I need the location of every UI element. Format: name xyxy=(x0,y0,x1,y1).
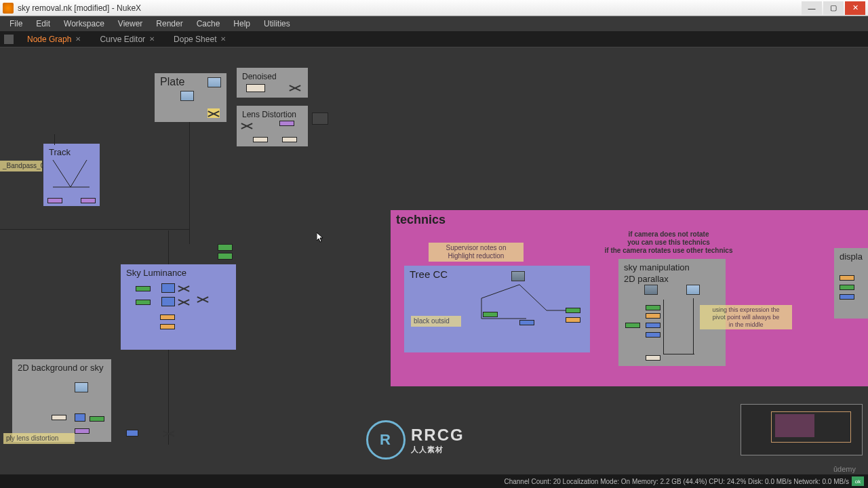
panel-icon[interactable] xyxy=(4,35,14,44)
connection-wire xyxy=(663,354,694,354)
color-node[interactable] xyxy=(646,355,660,361)
menu-utilities[interactable]: Utilities xyxy=(257,18,297,30)
close-button[interactable]: ✕ xyxy=(845,1,865,15)
tab-close-icon[interactable]: ✕ xyxy=(149,35,155,43)
tab-label: Curve Editor xyxy=(100,35,145,44)
minimize-button[interactable]: — xyxy=(802,1,822,15)
tab-node-graph[interactable]: Node Graph ✕ xyxy=(18,33,90,46)
sticky-apply-lens[interactable]: ply lens distortion xyxy=(3,433,75,444)
svg-line-3 xyxy=(481,285,519,298)
read-thumb-icon xyxy=(644,285,658,295)
backdrop-label: displa xyxy=(840,251,863,262)
backdrop-tree-cc[interactable]: Tree CC black outsid xyxy=(404,266,590,352)
backdrop-plate[interactable]: Plate xyxy=(155,73,226,122)
backdrop-displa[interactable]: displa xyxy=(834,248,868,319)
sticky-supervisor[interactable]: Supervisor notes on Highlight reduction xyxy=(429,243,524,262)
menu-workspace[interactable]: Workspace xyxy=(57,18,111,30)
color-node[interactable] xyxy=(52,415,66,420)
connection-wire xyxy=(0,229,190,230)
transform-node[interactable] xyxy=(75,428,90,434)
connection-wire xyxy=(663,300,664,354)
node-green[interactable] xyxy=(840,285,854,290)
merge-icon xyxy=(178,297,190,306)
navigator-minimap[interactable] xyxy=(741,404,863,455)
postage-icon xyxy=(312,113,328,125)
sticky-bandpass[interactable]: _Bandpass_Grade xyxy=(0,161,42,171)
color-node[interactable] xyxy=(282,137,297,142)
tab-curve-editor[interactable]: Curve Editor ✕ xyxy=(90,33,164,46)
sticky-black-outside[interactable]: black outsid xyxy=(411,316,461,327)
merge-node[interactable] xyxy=(840,294,854,300)
backdrop-label: Plate xyxy=(160,76,184,87)
channel-node[interactable] xyxy=(646,313,660,319)
backdrop-label: 2D background or sky xyxy=(18,363,103,373)
transform-node[interactable] xyxy=(47,198,62,203)
node-green[interactable] xyxy=(218,253,233,260)
merge-node[interactable] xyxy=(519,320,534,325)
channel-node[interactable] xyxy=(160,324,175,329)
channel-node[interactable] xyxy=(160,314,175,320)
tab-close-icon[interactable]: ✕ xyxy=(75,35,81,43)
backdrop-label: technics xyxy=(396,213,446,226)
merge-node[interactable] xyxy=(75,413,85,422)
merge-node[interactable] xyxy=(646,323,660,328)
backdrop-denoised[interactable]: Denoised xyxy=(237,68,308,98)
node-green[interactable] xyxy=(136,300,151,305)
tab-close-icon[interactable]: ✕ xyxy=(220,35,226,43)
sticky-expression[interactable]: using this expression the pivot point wi… xyxy=(700,305,792,329)
watermark-icon: R xyxy=(366,420,406,460)
merge-icon xyxy=(163,428,175,438)
node-green[interactable] xyxy=(136,286,151,291)
channel-node[interactable] xyxy=(566,317,580,323)
backdrop-2d-background[interactable]: 2D background or sky xyxy=(12,359,111,442)
read-thumb-icon xyxy=(75,382,88,392)
window-controls: — ▢ ✕ xyxy=(802,1,865,15)
read-thumb-icon xyxy=(208,77,221,87)
graph-wires-icon xyxy=(438,278,580,339)
channel-node[interactable] xyxy=(840,275,854,281)
sticky-text: using this expression the pivot point wi… xyxy=(712,306,779,328)
node-green[interactable] xyxy=(625,323,640,328)
node-green[interactable] xyxy=(566,308,580,313)
merge-node[interactable] xyxy=(126,430,138,436)
tabbar: Node Graph ✕ Curve Editor ✕ Dope Sheet ✕ xyxy=(0,31,868,47)
node-green[interactable] xyxy=(218,244,233,251)
status-text: Channel Count: 20 Localization Mode: On … xyxy=(4,478,849,485)
color-node[interactable] xyxy=(253,137,268,142)
tab-label: Dope Sheet xyxy=(174,35,216,44)
node-graph-canvas[interactable]: Plate Denoised Lens Distortion _Bandpass… xyxy=(0,47,868,474)
backdrop-track[interactable]: Track xyxy=(43,144,100,206)
node-green[interactable] xyxy=(646,305,660,310)
menu-help[interactable]: Help xyxy=(226,18,257,30)
status-ok-badge: ok xyxy=(852,476,864,486)
watermark-main: RRCG xyxy=(411,426,465,445)
sticky-text: black outsid xyxy=(414,317,450,325)
maximize-button[interactable]: ▢ xyxy=(823,1,844,15)
menu-file[interactable]: File xyxy=(3,18,29,30)
menu-cache[interactable]: Cache xyxy=(190,18,227,30)
backdrop-label: Sky Luminance xyxy=(126,268,186,278)
backdrop-lens-distortion[interactable]: Lens Distortion xyxy=(237,106,308,146)
tab-dope-sheet[interactable]: Dope Sheet ✕ xyxy=(164,33,235,46)
color-node[interactable] xyxy=(246,84,265,92)
titlebar: sky removal.nk [modified] - NukeX — ▢ ✕ xyxy=(0,0,868,16)
transform-node[interactable] xyxy=(81,198,96,203)
nav-blob xyxy=(775,414,814,437)
merge-node[interactable] xyxy=(161,297,175,306)
svg-line-1 xyxy=(71,160,87,187)
backdrop-label: Denoised xyxy=(242,72,277,81)
connection-wire xyxy=(189,122,190,244)
sticky-camera[interactable]: if camera does not rotate you can use th… xyxy=(586,229,751,256)
node-green[interactable] xyxy=(90,416,104,422)
menu-render[interactable]: Render xyxy=(149,18,189,30)
connection-wire xyxy=(693,298,694,354)
merge-node[interactable] xyxy=(161,283,175,293)
menu-edit[interactable]: Edit xyxy=(29,18,57,30)
watermark-logo: R RRCG 人人素材 xyxy=(366,420,465,460)
merge-node[interactable] xyxy=(646,332,660,338)
node-green[interactable] xyxy=(483,312,498,317)
menu-viewer[interactable]: Viewer xyxy=(111,18,149,30)
backdrop-sky-luminance[interactable]: Sky Luminance xyxy=(121,264,236,350)
transform-node[interactable] xyxy=(279,121,294,126)
statusbar: Channel Count: 20 Localization Mode: On … xyxy=(0,474,868,488)
